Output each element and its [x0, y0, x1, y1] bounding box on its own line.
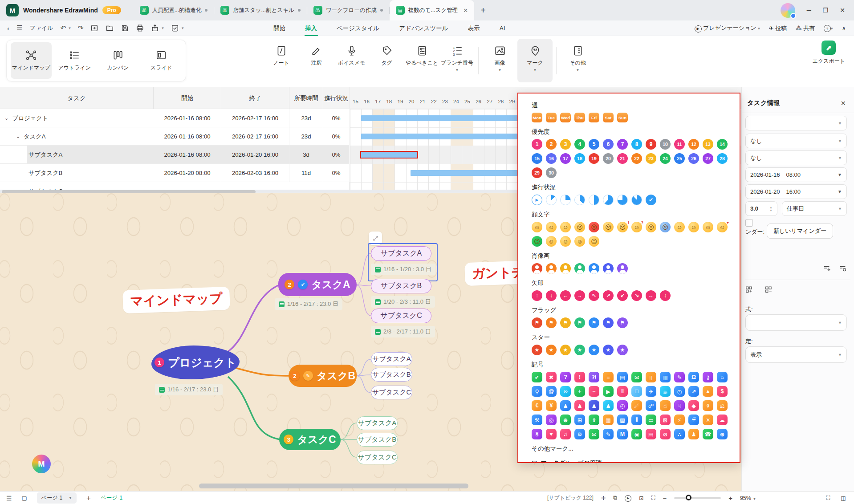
marker-arrow-left[interactable]: ← [560, 290, 571, 301]
more-caret-icon[interactable]: ▾ [182, 26, 184, 30]
tool-button-マーク[interactable]: マーク▼ [517, 39, 553, 82]
document-tab[interactable]: 品人員配置...的構造化 [134, 0, 214, 20]
expand-caret-icon[interactable]: ⌄ [4, 115, 8, 121]
marker-symbol-check[interactable]: ✔ [532, 372, 542, 382]
marker-priority-20[interactable]: 20 [603, 153, 614, 164]
marker-emoji-unamused[interactable]: ☹ [589, 236, 599, 247]
marker-priority-29[interactable]: 29 [532, 167, 542, 178]
marker-progress-13[interactable] [546, 195, 557, 205]
marker-emoji-cold[interactable]: ☹ [660, 222, 671, 232]
marker-progress-done[interactable]: ✔ [646, 195, 656, 205]
marker-emoji-surprised[interactable]: ☹! [617, 222, 628, 232]
marker-priority-9[interactable]: 9 [646, 139, 656, 150]
priority-badge[interactable]: 2 [290, 371, 300, 381]
gantt-row-サブタスクB[interactable]: サブタスクB2026-01-20 08:002026-02-03 16:0011… [0, 164, 350, 182]
marker-symbol-question[interactable]: ? [560, 372, 571, 382]
ribbon-tab-ページスタイル[interactable]: ページスタイル [336, 21, 380, 36]
marker-star-2[interactable]: ★ [546, 345, 557, 355]
tool-button-タグ[interactable]: タグ [369, 39, 404, 82]
marker-progress-88[interactable] [631, 195, 642, 205]
sort-icon[interactable] [823, 264, 831, 272]
zoom-slider[interactable] [674, 497, 721, 499]
milestone-checkbox[interactable] [745, 219, 753, 227]
marker-arrow-left-right[interactable]: ↔ [646, 290, 656, 301]
marker-symbol-clock[interactable]: ◷ [674, 386, 685, 397]
post-button[interactable]: ✈ 投稿 [769, 24, 787, 33]
marker-flag-3[interactable]: ⚑ [560, 317, 571, 328]
marker-priority-21[interactable]: 21 [617, 153, 628, 164]
presentation-button[interactable]: ▶ プレゼンテーション ▾ [695, 24, 760, 33]
marker-symbol-heart[interactable]: ♥ [546, 429, 557, 439]
marker-symbol-music[interactable]: ♫ [560, 429, 571, 439]
zoom-out-button[interactable]: − [663, 494, 667, 502]
outline-list-icon[interactable]: ☰ [6, 495, 12, 502]
marker-symbol-plane[interactable]: ✈ [646, 386, 656, 397]
marker-arrow-up[interactable]: ↑ [532, 290, 542, 301]
marker-priority-16[interactable]: 16 [546, 153, 557, 164]
marker-symbol-unlock[interactable]: ⚷ [703, 372, 713, 382]
collapse-ribbon-icon[interactable]: ∧ [842, 25, 846, 32]
marker-symbol-grid[interactable]: ▩ [617, 415, 628, 425]
print-icon[interactable] [136, 24, 144, 32]
priority-badge[interactable]: 1 [155, 358, 164, 367]
open-file-icon[interactable] [106, 24, 114, 32]
marker-portrait-6[interactable] [603, 263, 614, 274]
marker-symbol-bulb-question[interactable]: ⁈ [589, 372, 599, 382]
marker-emoji-weary[interactable]: ☹ [646, 222, 656, 232]
marker-symbol-minus[interactable]: − [589, 386, 599, 397]
tool-button-やるべきこと[interactable]: やるべきこと [404, 39, 439, 82]
marker-symbol-user-2[interactable]: ♟ [574, 400, 585, 411]
save-icon[interactable] [121, 24, 129, 32]
marker-symbol-user-3[interactable]: ♟ [589, 400, 599, 411]
marker-star-3[interactable]: ★ [560, 345, 571, 355]
marker-week-mon[interactable]: Mon [532, 113, 542, 122]
marker-priority-17[interactable]: 17 [560, 153, 571, 164]
dropdown-caret-icon[interactable]: ▼ [455, 69, 459, 71]
marker-week-tue[interactable]: Tue [546, 113, 557, 122]
marker-arrow-down-left[interactable]: ↙ [617, 290, 628, 301]
zoom-level[interactable]: 95% ▼ [740, 495, 756, 501]
marker-symbol-globe-2[interactable]: ⊕ [717, 429, 728, 439]
tool-button-その他[interactable]: その他▼ [560, 39, 595, 82]
marker-flag-5[interactable]: ⚑ [589, 317, 599, 328]
marker-symbol-layers[interactable]: ≡ [603, 372, 614, 382]
new-file-icon[interactable] [90, 24, 98, 32]
mindmap-subtask-pill[interactable]: サブタスクC [371, 386, 412, 399]
task-type-select[interactable]: ▼ [745, 116, 847, 130]
tool-button-ボイスメモ[interactable]: ボイスメモ [334, 39, 369, 82]
share-caret-icon[interactable]: ▾ [162, 26, 164, 30]
column-header-進行状況[interactable]: 進行状況 [323, 87, 350, 109]
undo-caret-icon[interactable]: ▾ [69, 26, 71, 30]
help-button[interactable]: ?▾ [824, 24, 833, 33]
marker-symbol-swirl[interactable]: § [532, 429, 542, 439]
marker-week-sat[interactable]: Sat [603, 113, 614, 122]
marker-priority-12[interactable]: 12 [688, 139, 699, 150]
marker-week-fri[interactable]: Fri [589, 113, 599, 122]
marker-symbol-telephone[interactable]: ☎ [703, 429, 713, 439]
gantt-row-タスクA[interactable]: ⌄タスクA2026-01-16 08:002026-02-17 16:0023d… [0, 127, 350, 146]
marker-symbol-stop[interactable]: □ [631, 386, 642, 397]
marker-arrow-up-right[interactable]: ↗ [603, 290, 614, 301]
marker-emoji-flushed[interactable]: ☺ [703, 222, 713, 232]
gantt-bar[interactable] [361, 134, 517, 139]
marker-priority-4[interactable]: 4 [574, 139, 585, 150]
ribbon-tab-アドバンスツール[interactable]: アドバンスツール [398, 21, 449, 36]
mode-button-マインドマップ[interactable]: マインドマップ [11, 42, 52, 79]
marker-arrow-up-down[interactable]: ↕ [660, 290, 671, 301]
fit-screen-icon[interactable]: ⛶ [651, 495, 655, 501]
dropdown-caret-icon[interactable]: ▼ [498, 69, 502, 71]
tool-button-画像[interactable]: 画像▼ [482, 39, 517, 82]
column-header-所要時間[interactable]: 所要時間 [289, 87, 323, 109]
mindmap-subtask-pill[interactable]: サブタスクB [357, 433, 398, 447]
column-header-タスク[interactable]: タスク [0, 87, 154, 109]
marker-priority-3[interactable]: 3 [560, 139, 571, 150]
start-date-picker[interactable]: 2026-01-1608:00▼ [745, 167, 847, 182]
column-header-開始[interactable]: 開始 [154, 87, 221, 109]
mindmap-node-taskC[interactable]: 3 タスクC [279, 429, 341, 450]
marker-flag-2[interactable]: ⚑ [546, 317, 557, 328]
split-view-icon[interactable]: ◫ [841, 495, 846, 501]
marker-emoji-sweat[interactable]: ☺ [546, 236, 557, 247]
marker-symbol-coffee[interactable]: ☕ [660, 386, 671, 397]
marker-emoji-vomiting[interactable]: ☹ [532, 236, 542, 247]
marker-portrait-5[interactable] [589, 263, 599, 274]
